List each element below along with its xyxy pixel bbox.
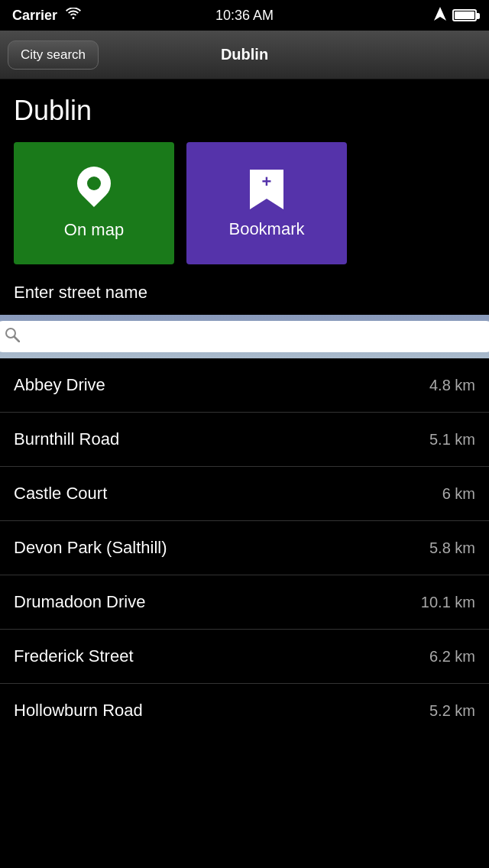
street-row[interactable]: Frederick Street 6.2 km — [0, 630, 489, 684]
page-content: Dublin On map + Bookmark Enter street na… — [0, 79, 489, 315]
nav-title: Dublin — [221, 46, 268, 63]
street-name: Devon Park (Salthill) — [14, 538, 167, 558]
street-distance: 6 km — [442, 485, 475, 503]
street-row[interactable]: Castle Court 6 km — [0, 467, 489, 521]
street-row[interactable]: Hollowburn Road 5.2 km — [0, 684, 489, 737]
on-map-button[interactable]: On map — [14, 142, 174, 264]
enter-street-label: Enter street name — [14, 283, 475, 303]
wifi-icon — [65, 8, 82, 24]
street-distance: 5.8 km — [429, 539, 475, 557]
street-row[interactable]: Drumadoon Drive 10.1 km — [0, 575, 489, 630]
street-name: Castle Court — [14, 484, 107, 504]
carrier-label: Carrier — [12, 8, 57, 24]
street-distance: 6.2 km — [429, 648, 475, 666]
bookmark-icon: + — [247, 167, 287, 212]
street-name: Hollowburn Road — [14, 701, 143, 721]
on-map-label: On map — [64, 220, 124, 240]
street-distance: 5.1 km — [429, 431, 475, 449]
street-row[interactable]: Devon Park (Salthill) 5.8 km — [0, 521, 489, 575]
nav-bar: City search Dublin — [0, 31, 489, 79]
search-icon — [5, 327, 20, 346]
street-name: Burnthill Road — [14, 429, 119, 449]
search-area — [0, 315, 489, 358]
street-row[interactable]: Burnthill Road 5.1 km — [0, 413, 489, 467]
status-time: 10:36 AM — [215, 8, 274, 24]
map-pin-icon — [75, 167, 113, 212]
streets-list: Abbey Drive 4.8 km Burnthill Road 5.1 km… — [0, 358, 489, 737]
bookmark-plus-icon: + — [262, 173, 272, 190]
city-title: Dublin — [14, 95, 475, 127]
search-input-wrapper — [0, 321, 489, 352]
street-row[interactable]: Abbey Drive 4.8 km — [0, 358, 489, 413]
status-carrier: Carrier — [12, 8, 82, 24]
svg-line-2 — [15, 337, 19, 342]
battery-icon — [452, 9, 477, 21]
street-distance: 4.8 km — [429, 377, 475, 394]
search-input[interactable] — [26, 329, 484, 345]
location-icon — [434, 7, 446, 24]
status-right-icons — [434, 7, 477, 24]
bookmark-button[interactable]: + Bookmark — [186, 142, 347, 264]
city-search-back-button[interactable]: City search — [8, 40, 99, 70]
status-bar: Carrier 10:36 AM — [0, 0, 489, 31]
bookmark-label: Bookmark — [228, 219, 304, 239]
street-name: Drumadoon Drive — [14, 592, 145, 612]
street-distance: 10.1 km — [421, 594, 475, 611]
street-name: Abbey Drive — [14, 375, 105, 395]
street-name: Frederick Street — [14, 646, 134, 666]
action-buttons: On map + Bookmark — [14, 142, 475, 264]
street-distance: 5.2 km — [429, 702, 475, 720]
